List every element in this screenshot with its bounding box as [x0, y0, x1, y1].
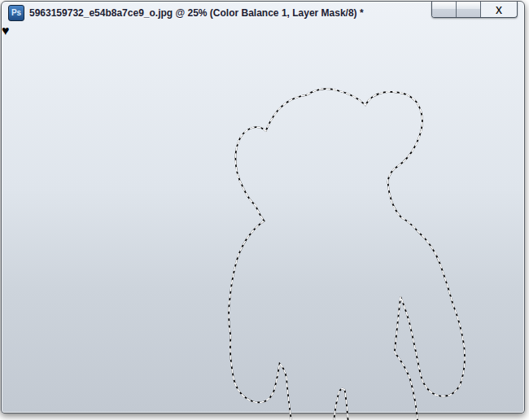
document-frame: ♥	[2, 24, 524, 420]
photoshop-app-icon: Ps	[8, 5, 24, 21]
close-button[interactable]: x	[480, 2, 517, 17]
page: Ps 5963159732_e54b8a7ce9_o.jpg @ 25% (Co…	[0, 0, 529, 420]
window-controls: x	[431, 2, 518, 18]
title-bar[interactable]: Ps 5963159732_e54b8a7ce9_o.jpg @ 25% (Co…	[2, 2, 524, 24]
close-icon: x	[496, 2, 502, 17]
marching-ants-selection	[2, 38, 524, 420]
restore-button[interactable]	[456, 2, 480, 17]
photoshop-document-window: Ps 5963159732_e54b8a7ce9_o.jpg @ 25% (Co…	[1, 1, 525, 413]
image-canvas[interactable]: ♥	[2, 24, 524, 420]
heart-logo: ♥	[2, 24, 524, 38]
minimize-button[interactable]	[432, 2, 456, 17]
